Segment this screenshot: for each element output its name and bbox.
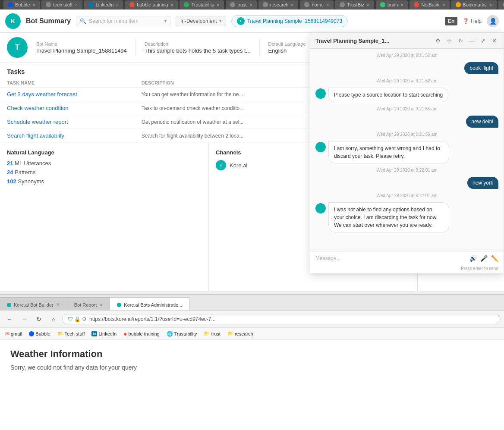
bookmark-tech-stuff[interactable]: 📁 Tech stuff bbox=[55, 330, 88, 337]
env-dropdown-icon[interactable]: ▾ bbox=[219, 19, 221, 23]
chat-minimize-button[interactable]: — bbox=[467, 36, 476, 45]
chat-microphone-icon[interactable]: 🎤 bbox=[480, 255, 488, 262]
gmail-icon: ✉ bbox=[5, 331, 9, 337]
tab-brain[interactable]: brain ✕ bbox=[376, 0, 408, 9]
settings-icon: ⚙ bbox=[82, 316, 87, 322]
browser-tab-bar: Bubble ✕ tech stuff ✕ LinkedIn ✕ bubble … bbox=[0, 0, 504, 9]
second-browser-window: Kore.ai Bot Builder ✕ Bot Report ∧ Kore.… bbox=[0, 294, 504, 430]
message-bubble: new york bbox=[467, 177, 498, 189]
bot-avatar: T bbox=[7, 37, 28, 58]
url-bar[interactable]: 🛡 🔒 ⚙ https://bots.kore.ai/reports/1.1/?… bbox=[62, 314, 501, 324]
chat-close-button[interactable]: ✕ bbox=[490, 36, 498, 45]
bookmark-bubble-training[interactable]: ● bubble training bbox=[121, 330, 162, 338]
bookmark-linkedin[interactable]: in LinkedIn bbox=[89, 330, 119, 337]
help-button[interactable]: ❓ Help bbox=[463, 18, 482, 24]
message-bubble: new delhi bbox=[466, 116, 498, 128]
tab-bookmarks[interactable]: Bookmarks ✕ bbox=[451, 0, 497, 9]
message-bubble: I was not able to find any options based… bbox=[328, 202, 449, 232]
message-bubble: Please type a source location to start s… bbox=[328, 88, 448, 102]
list-item[interactable]: 24 Patterns bbox=[7, 169, 202, 176]
user-avatar-button[interactable]: 👤 bbox=[487, 15, 499, 27]
tab-research[interactable]: research ✕ bbox=[258, 0, 299, 9]
chat-maximize-button[interactable]: ⤢ bbox=[479, 36, 487, 45]
env-badge[interactable]: In-Development ▾ bbox=[176, 16, 226, 26]
message-user: new delhi bbox=[466, 116, 498, 128]
tab-trustbiz[interactable]: TrustBiz ✕ bbox=[335, 0, 374, 9]
reload-button[interactable]: ↻ bbox=[33, 313, 45, 325]
forward-button[interactable]: → bbox=[18, 313, 30, 325]
second-browser-taskbar: Kore.ai Bot Builder ✕ Bot Report ∧ Kore.… bbox=[0, 295, 504, 311]
bot-name-block: Bot Name Travel Planning Sample_15881149… bbox=[36, 41, 127, 54]
message-user: new york bbox=[467, 177, 498, 189]
main-area: Tasks + New Task TASK NAME DESCRIPTION T… bbox=[0, 63, 504, 291]
taskbar-tab-bot-builder[interactable]: Kore.ai Bot Builder ✕ bbox=[0, 297, 67, 310]
message-user: book flight bbox=[464, 62, 498, 74]
app-header: K Bot Summary 🔍 Search for menu item ▾ I… bbox=[0, 9, 504, 33]
bookmark-trust[interactable]: 📁 trust bbox=[201, 330, 223, 337]
chat-message-input[interactable]: Message... bbox=[315, 255, 466, 261]
tab-bubble[interactable]: Bubble ✕ bbox=[3, 0, 40, 9]
bot-info-separator bbox=[135, 39, 136, 56]
bot-badge-avatar: T bbox=[237, 17, 245, 25]
folder-icon: 📁 bbox=[204, 331, 210, 336]
folder-icon: 📁 bbox=[227, 331, 233, 336]
tab-trustability[interactable]: Trustability ✕ bbox=[180, 0, 224, 9]
tab-bubble-training[interactable]: bubble training ✕ bbox=[125, 0, 178, 9]
tab-trust[interactable]: trust ✕ bbox=[226, 0, 256, 9]
taskbar-tab-close-icon[interactable]: ✕ bbox=[56, 302, 60, 308]
url-security-icons: 🛡 🔒 ⚙ bbox=[68, 316, 87, 322]
page-body-text: Sorry, we could not find any data for yo… bbox=[10, 364, 494, 371]
tab-home[interactable]: home ✕ bbox=[300, 0, 334, 9]
url-text: https://bots.kore.ai/reports/1.1/?userId… bbox=[89, 316, 216, 322]
shield-icon: 🛡 bbox=[68, 316, 73, 322]
chat-audio-icon[interactable]: 🔊 bbox=[469, 255, 477, 262]
search-input[interactable]: Search for menu item bbox=[89, 18, 162, 24]
bookmark-trustability[interactable]: 🌐 Trustability bbox=[164, 330, 200, 338]
home-button[interactable]: ⌂ bbox=[47, 313, 60, 325]
message-timestamp: Wed Apr 29 2020 at 9:21:52 am bbox=[315, 53, 498, 58]
search-dropdown-arrow-icon[interactable]: ▾ bbox=[164, 19, 167, 23]
message-timestamp: Wed Apr 29 2020 at 9:21:55 am bbox=[315, 107, 498, 111]
bookmark-research[interactable]: 📁 research bbox=[225, 330, 256, 337]
back-button[interactable]: ← bbox=[3, 313, 16, 325]
bubble-icon bbox=[29, 331, 34, 336]
bookmark-gmail[interactable]: ✉ gmail bbox=[3, 330, 25, 338]
language-button[interactable]: En bbox=[445, 17, 457, 25]
taskbar-tab-admin[interactable]: Kore.ai Bots Administratio... bbox=[110, 297, 189, 310]
search-icon: 🔍 bbox=[80, 18, 86, 24]
bot-info-separator-2 bbox=[259, 39, 260, 56]
tab-tech-stuff[interactable]: tech stuff ✕ bbox=[41, 0, 82, 9]
message-bot: I am sorry, something went wrong and I h… bbox=[315, 141, 449, 163]
tab-melbrdr[interactable]: MelbRdr ✕ bbox=[498, 0, 504, 9]
globe-icon: 🌐 bbox=[167, 331, 173, 337]
chat-settings-button[interactable]: ⚙ bbox=[434, 36, 442, 45]
col-task-name: TASK NAME bbox=[7, 80, 142, 85]
app-title: Bot Summary bbox=[26, 17, 71, 25]
bot-name-badge: T Travel Planning Sample_1588114949073 bbox=[231, 15, 348, 27]
folder-icon: 📁 bbox=[57, 331, 63, 336]
taskbar-tab-chevron-icon[interactable]: ∧ bbox=[99, 302, 103, 308]
message-bubble: I am sorry, something went wrong and I h… bbox=[328, 141, 449, 163]
nl-title: Natural Language bbox=[7, 149, 202, 156]
message-timestamp: Wed Apr 29 2020 at 9:22:01 am bbox=[315, 193, 498, 198]
linkedin-icon: in bbox=[91, 331, 97, 336]
message-timestamp: Wed Apr 29 2020 at 9:22:01 am bbox=[315, 168, 498, 173]
chat-attach-icon[interactable]: ✏️ bbox=[491, 255, 498, 262]
message-bot: Please type a source location to start s… bbox=[315, 88, 448, 102]
tab-linkedin[interactable]: LinkedIn ✕ bbox=[84, 0, 124, 9]
taskbar-tab-bot-report[interactable]: Bot Report ∧ bbox=[67, 297, 110, 310]
list-item[interactable]: 21 ML Utterances bbox=[7, 160, 202, 166]
message-timestamp: Wed Apr 29 2020 at 9:21:56 am bbox=[315, 132, 498, 137]
bot-name-label: Travel Planning Sample_1588114949073 bbox=[247, 18, 342, 24]
bookmark-bubble[interactable]: Bubble bbox=[26, 330, 53, 337]
tab-netbank[interactable]: NetBank ✕ bbox=[410, 0, 449, 9]
list-item[interactable]: 102 Synonyms bbox=[7, 178, 202, 185]
bot-chat-avatar bbox=[315, 88, 326, 99]
chat-title: Travel Planning Sample_1... bbox=[315, 38, 431, 44]
chat-refresh-button[interactable]: ↻ bbox=[456, 36, 465, 45]
lock-icon: 🔒 bbox=[74, 316, 81, 322]
page-title: Weather Information bbox=[10, 348, 494, 360]
search-bar[interactable]: 🔍 Search for menu item ▾ bbox=[76, 16, 170, 26]
bot-language-block: Default Language English bbox=[268, 41, 306, 54]
chat-star-button[interactable]: ☆ bbox=[445, 36, 454, 45]
